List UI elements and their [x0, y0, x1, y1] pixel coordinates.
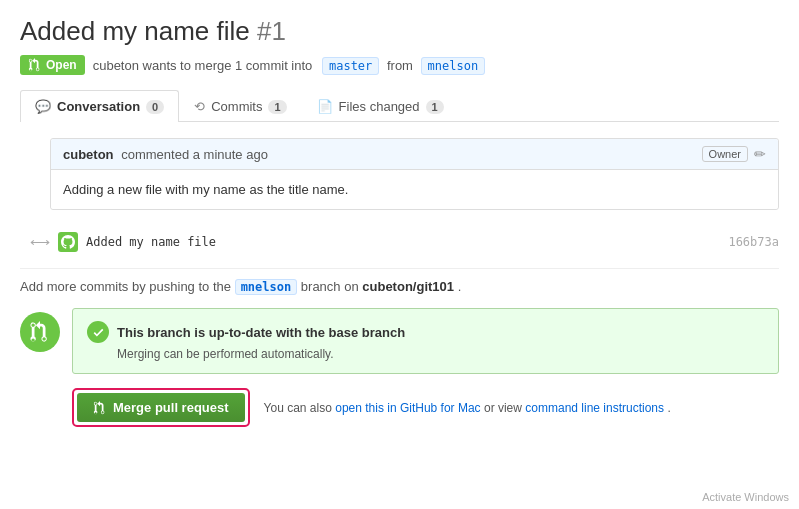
- pr-title-text: Added my name file: [20, 16, 250, 46]
- merge-status-row: This branch is up-to-date with the base …: [87, 321, 764, 343]
- from-branch: mnelson: [421, 57, 486, 75]
- conversation-icon: 💬: [35, 99, 51, 114]
- cmd-line-link[interactable]: command line instructions: [525, 401, 664, 415]
- tab-commits[interactable]: ⟲ Commits 1: [179, 90, 301, 122]
- check-circle: [87, 321, 109, 343]
- tab-commits-label: Commits: [211, 99, 262, 114]
- base-branch: master: [322, 57, 379, 75]
- comment-author: cubeton: [63, 147, 114, 162]
- tabs: 💬 Conversation 0 ⟲ Commits 1 📄 Files cha…: [20, 89, 779, 122]
- tab-conversation-count: 0: [146, 100, 164, 114]
- files-icon: 📄: [317, 99, 333, 114]
- merge-section: This branch is up-to-date with the base …: [20, 308, 779, 427]
- tab-conversation-label: Conversation: [57, 99, 140, 114]
- commit-avatar: [58, 232, 78, 252]
- comment-actions: Owner ✏: [702, 146, 766, 162]
- activate-watermark: Activate Windows: [702, 491, 789, 503]
- merge-btn-icon: [93, 401, 107, 415]
- tab-conversation[interactable]: 💬 Conversation 0: [20, 90, 179, 122]
- comment-author-line: cubeton commented a minute ago: [63, 147, 268, 162]
- pr-title: Added my name file #1: [20, 16, 779, 47]
- badge-label: Open: [46, 58, 77, 72]
- merge-or-text: You can also open this in GitHub for Mac…: [264, 401, 671, 415]
- person-icon: [61, 235, 75, 249]
- divider: [20, 268, 779, 269]
- branch-icon: ⟷: [30, 234, 50, 250]
- merge-pull-request-button[interactable]: Merge pull request: [77, 393, 245, 422]
- open-badge: Open: [20, 55, 85, 75]
- commit-sha: 166b73a: [728, 235, 779, 249]
- merge-status-sub: Merging can be performed automatically.: [117, 347, 764, 361]
- github-mac-link[interactable]: open this in GitHub for Mac: [335, 401, 480, 415]
- content-area: cubeton commented a minute ago Owner ✏ A…: [20, 122, 779, 427]
- merge-btn-label: Merge pull request: [113, 400, 229, 415]
- comment-block: cubeton commented a minute ago Owner ✏ A…: [50, 138, 779, 210]
- merge-icon-box: [20, 312, 60, 352]
- tab-files-changed[interactable]: 📄 Files changed 1: [302, 90, 459, 122]
- comment-text: Adding a new file with my name as the ti…: [63, 182, 348, 197]
- pr-number: #1: [257, 16, 286, 46]
- info-text: Add more commits by pushing to the mnels…: [20, 279, 779, 294]
- commit-row: ⟷ Added my name file 166b73a: [30, 224, 779, 260]
- commits-icon: ⟲: [194, 99, 205, 114]
- edit-icon[interactable]: ✏: [754, 146, 766, 162]
- pr-meta: Open cubeton wants to merge 1 commit int…: [20, 55, 779, 75]
- commit-message: Added my name file: [86, 235, 720, 249]
- comment-time: commented a minute ago: [121, 147, 268, 162]
- meta-description: cubeton wants to merge 1 commit into mas…: [93, 58, 485, 73]
- info-repo: cubeton/git101: [362, 279, 454, 294]
- owner-badge: Owner: [702, 146, 748, 162]
- info-branch: mnelson: [235, 279, 298, 295]
- checkmark-icon: [92, 326, 105, 339]
- open-icon: [28, 58, 42, 72]
- merge-action-row: Merge pull request You can also open thi…: [72, 388, 779, 427]
- merge-icon: [29, 321, 51, 343]
- merge-status-box: This branch is up-to-date with the base …: [72, 308, 779, 374]
- merge-status-title: This branch is up-to-date with the base …: [117, 325, 405, 340]
- tab-files-label: Files changed: [339, 99, 420, 114]
- comment-body: Adding a new file with my name as the ti…: [51, 170, 778, 209]
- merge-btn-wrapper: Merge pull request: [72, 388, 250, 427]
- tab-commits-count: 1: [268, 100, 286, 114]
- comment-header: cubeton commented a minute ago Owner ✏: [51, 139, 778, 170]
- tab-files-count: 1: [426, 100, 444, 114]
